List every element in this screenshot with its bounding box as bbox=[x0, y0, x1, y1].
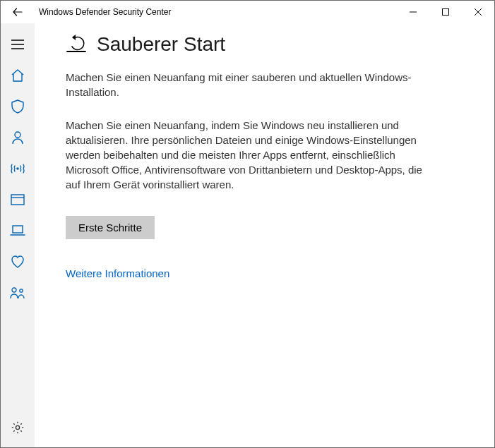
home-icon bbox=[11, 68, 25, 83]
nav-home[interactable] bbox=[1, 60, 35, 91]
svg-rect-3 bbox=[11, 195, 24, 205]
shield-icon bbox=[11, 99, 24, 114]
page-heading-row: Sauberer Start bbox=[66, 33, 463, 56]
window-controls bbox=[397, 1, 494, 23]
minimize-icon bbox=[410, 8, 417, 16]
nav-firewall[interactable] bbox=[1, 153, 35, 184]
svg-point-5 bbox=[12, 288, 16, 292]
window-title: Windows Defender Security Center bbox=[39, 7, 171, 17]
close-button[interactable] bbox=[462, 1, 494, 23]
heart-icon bbox=[11, 255, 25, 268]
nav-family-options[interactable] bbox=[1, 277, 35, 308]
fresh-start-icon bbox=[66, 35, 87, 54]
nav-app-browser[interactable] bbox=[1, 184, 35, 215]
svg-point-7 bbox=[16, 425, 19, 429]
laptop-icon bbox=[10, 225, 25, 236]
page-content: Sauberer Start Machen Sie einen Neuanfan… bbox=[35, 23, 494, 447]
get-started-button[interactable]: Erste Schritte bbox=[66, 216, 155, 239]
family-icon bbox=[10, 286, 25, 299]
nav-settings[interactable] bbox=[1, 412, 35, 443]
svg-point-1 bbox=[15, 132, 20, 138]
network-icon bbox=[10, 163, 25, 174]
hamburger-icon bbox=[11, 40, 24, 49]
maximize-button[interactable] bbox=[429, 1, 462, 23]
svg-rect-0 bbox=[443, 9, 449, 16]
body-text: Machen Sie einen Neuanfang, indem Sie Wi… bbox=[66, 118, 433, 192]
titlebar: Windows Defender Security Center bbox=[1, 1, 494, 23]
minimize-button[interactable] bbox=[397, 1, 429, 23]
person-icon bbox=[11, 131, 24, 145]
nav-device-health[interactable] bbox=[1, 246, 35, 277]
nav-virus-protection[interactable] bbox=[1, 91, 35, 122]
gear-icon bbox=[11, 421, 24, 434]
learn-more-link[interactable]: Weitere Informationen bbox=[66, 267, 169, 279]
nav-device-performance[interactable] bbox=[1, 215, 35, 246]
svg-point-6 bbox=[20, 289, 23, 292]
menu-button[interactable] bbox=[1, 29, 35, 60]
lead-text: Machen Sie einen Neuanfang mit einer sau… bbox=[66, 70, 433, 99]
nav-account-protection[interactable] bbox=[1, 122, 35, 153]
close-icon bbox=[475, 8, 482, 16]
arrow-left-icon bbox=[12, 6, 23, 18]
nav-rail bbox=[1, 23, 35, 447]
page-title: Sauberer Start bbox=[97, 33, 225, 56]
back-button[interactable] bbox=[1, 1, 35, 23]
maximize-icon bbox=[442, 8, 449, 16]
svg-point-2 bbox=[16, 167, 19, 170]
app-window-icon bbox=[11, 194, 25, 205]
svg-rect-4 bbox=[13, 226, 23, 233]
